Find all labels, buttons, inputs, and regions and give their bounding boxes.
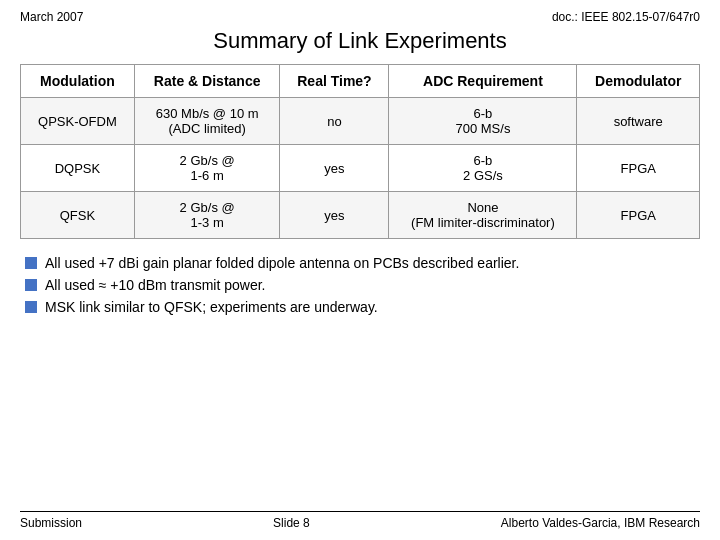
table-row: QFSK 2 Gb/s @1-3 m yes None(FM limiter-d…	[21, 192, 700, 239]
page: March 2007 doc.: IEEE 802.15-07/647r0 Su…	[0, 0, 720, 540]
bullet-icon-1	[25, 279, 37, 291]
cell-demod-0: software	[577, 98, 700, 145]
footer-left: Submission	[20, 516, 82, 530]
page-title: Summary of Link Experiments	[20, 28, 700, 54]
cell-adc-0: 6-b700 MS/s	[389, 98, 577, 145]
bullet-text-1: All used ≈ +10 dBm transmit power.	[45, 277, 266, 293]
bullet-item: All used +7 dBi gain planar folded dipol…	[25, 255, 700, 271]
cell-rate-1: 2 Gb/s @1-6 m	[134, 145, 280, 192]
header-row: March 2007 doc.: IEEE 802.15-07/647r0	[20, 10, 700, 24]
table-body: QPSK-OFDM 630 Mb/s @ 10 m(ADC limited) n…	[21, 98, 700, 239]
bullet-icon-0	[25, 257, 37, 269]
col-adc: ADC Requirement	[389, 65, 577, 98]
bullets-section: All used +7 dBi gain planar folded dipol…	[20, 255, 700, 321]
table-row: DQPSK 2 Gb/s @1-6 m yes 6-b2 GS/s FPGA	[21, 145, 700, 192]
date-label: March 2007	[20, 10, 83, 24]
cell-demod-1: FPGA	[577, 145, 700, 192]
bullet-text-0: All used +7 dBi gain planar folded dipol…	[45, 255, 519, 271]
cell-adc-1: 6-b2 GS/s	[389, 145, 577, 192]
cell-demod-2: FPGA	[577, 192, 700, 239]
experiments-table: Modulation Rate & Distance Real Time? AD…	[20, 64, 700, 239]
bullet-item: MSK link similar to QFSK; experiments ar…	[25, 299, 700, 315]
cell-rate-0: 630 Mb/s @ 10 m(ADC limited)	[134, 98, 280, 145]
cell-realtime-2: yes	[280, 192, 389, 239]
cell-modulation-0: QPSK-OFDM	[21, 98, 135, 145]
col-rate-distance: Rate & Distance	[134, 65, 280, 98]
bullet-item: All used ≈ +10 dBm transmit power.	[25, 277, 700, 293]
cell-modulation-2: QFSK	[21, 192, 135, 239]
cell-realtime-0: no	[280, 98, 389, 145]
cell-modulation-1: DQPSK	[21, 145, 135, 192]
footer-right: Alberto Valdes-Garcia, IBM Research	[501, 516, 700, 530]
cell-rate-2: 2 Gb/s @1-3 m	[134, 192, 280, 239]
bullet-text-2: MSK link similar to QFSK; experiments ar…	[45, 299, 378, 315]
cell-adc-2: None(FM limiter-discriminator)	[389, 192, 577, 239]
header-row-tr: Modulation Rate & Distance Real Time? AD…	[21, 65, 700, 98]
col-demodulator: Demodulator	[577, 65, 700, 98]
bullet-icon-2	[25, 301, 37, 313]
footer: Submission Slide 8 Alberto Valdes-Garcia…	[20, 511, 700, 530]
footer-center: Slide 8	[273, 516, 310, 530]
col-modulation: Modulation	[21, 65, 135, 98]
doc-id-label: doc.: IEEE 802.15-07/647r0	[552, 10, 700, 24]
cell-realtime-1: yes	[280, 145, 389, 192]
col-real-time: Real Time?	[280, 65, 389, 98]
table-header: Modulation Rate & Distance Real Time? AD…	[21, 65, 700, 98]
table-row: QPSK-OFDM 630 Mb/s @ 10 m(ADC limited) n…	[21, 98, 700, 145]
